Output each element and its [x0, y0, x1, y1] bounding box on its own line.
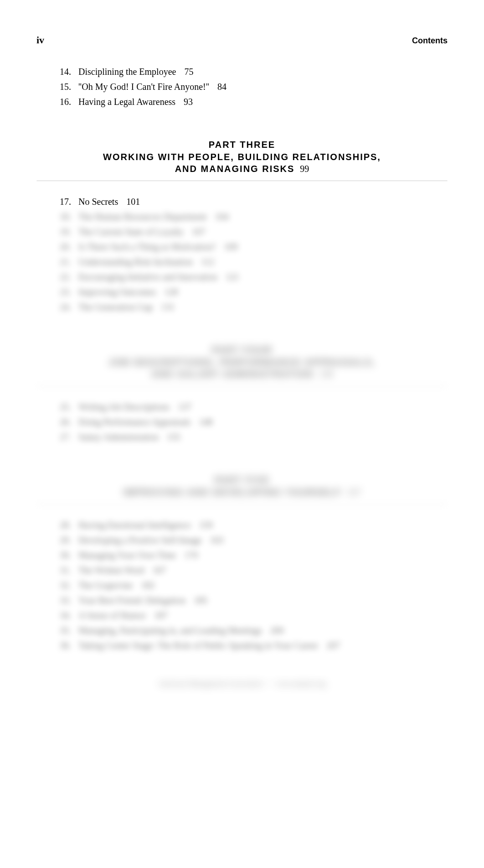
part-page: 99	[300, 164, 309, 174]
toc-part-entries: 25.Writing Job Descriptions13726.Doing P…	[36, 400, 448, 444]
toc-entry-page: 155	[167, 431, 180, 444]
toc-entry-number: 35.	[57, 624, 78, 637]
toc-entry: 26.Doing Performance Appraisals148	[57, 416, 448, 429]
toc-entry-page: 185	[194, 594, 207, 607]
toc-entry-page: 112	[201, 255, 214, 269]
toc-entry: 24.The Generation Gap131	[57, 301, 448, 314]
toc-entry-title: Managing Your Own Time	[78, 549, 184, 562]
toc-entry: 20.Is There Such a Thing as Motivation?1…	[57, 240, 448, 254]
toc-top-entries: 14.Disciplining the Employee7515.''Oh My…	[36, 65, 448, 109]
toc-entry-number: 20.	[57, 240, 78, 254]
toc-entry-page: 148	[199, 416, 213, 429]
part-label: PART FIVE	[36, 475, 448, 485]
footer-publisher: American Management Association	[158, 680, 263, 687]
toc-entry-number: 29.	[57, 534, 78, 547]
toc-entry-page: 200	[270, 624, 284, 637]
toc-entry-page: 75	[184, 65, 193, 78]
toc-entry: 25.Writing Job Descriptions137	[57, 400, 448, 414]
toc-entry-title: Writing Job Descriptions	[78, 400, 178, 414]
toc-entry-title: Disciplining the Employee	[78, 65, 184, 78]
toc-entry-page: 104	[215, 210, 229, 223]
toc-entry-number: 26.	[57, 416, 78, 429]
toc-entry-title: Having a Legal Awareness	[78, 95, 184, 109]
toc-entry-number: 33.	[57, 594, 78, 607]
toc-entry-number: 23.	[57, 286, 78, 299]
toc-entry: 30.Managing Your Own Time170	[57, 549, 448, 562]
toc-entry-page: 187	[154, 609, 168, 622]
toc-entry: 29.Developing a Positive Self-Image163	[57, 534, 448, 547]
toc-entry: 19.The Current State of Loyalty107	[57, 225, 448, 239]
toc-entry-title: ''Oh My God! I Can't Fire Anyone!''	[78, 80, 217, 94]
toc-entry-title: The Human Resources Department	[78, 210, 215, 223]
footer-url: www.amanet.org	[276, 680, 326, 687]
toc-entry-page: 93	[184, 95, 193, 109]
toc-entry-page: 170	[184, 549, 198, 562]
divider	[36, 180, 448, 182]
part-label: PART THREE	[36, 140, 448, 150]
toc-entry-title: Encouraging Initiative and Innovation	[78, 270, 226, 284]
toc-entry-number: 27.	[57, 431, 78, 444]
toc-entry-number: 17.	[57, 195, 78, 208]
toc-part-entries: 17.No Secrets10118.The Human Resources D…	[36, 195, 448, 314]
toc-entry-page: 207	[326, 639, 340, 652]
toc-entry-page: 182	[141, 579, 154, 592]
toc-entry: 21.Understanding Risk Inclination112	[57, 255, 448, 269]
contents-label: Contents	[412, 36, 448, 46]
toc-part-entries: 28.Having Emotional Intelligence15929.De…	[36, 519, 448, 652]
part-page: 139	[319, 369, 333, 379]
toc-entry-title: Developing a Positive Self-Image	[78, 534, 210, 547]
toc-entry: 16.Having a Legal Awareness93	[57, 95, 448, 109]
toc-entry-title: The Generation Gap	[78, 301, 161, 314]
toc-entry-number: 21.	[57, 255, 78, 269]
toc-entry-page: 101	[126, 195, 140, 208]
toc-entry: 17.No Secrets101	[57, 195, 448, 208]
toc-entry-title: The Grapevine	[78, 579, 141, 592]
part-heading: PART THREEWORKING WITH PEOPLE, BUILDING …	[36, 140, 448, 175]
toc-entry-page: 121	[226, 270, 239, 284]
toc-entry: 14.Disciplining the Employee75	[57, 65, 448, 78]
toc-entry-title: Improving Outcomes	[78, 286, 165, 299]
toc-entry-number: 30.	[57, 549, 78, 562]
toc-entry: 35.Managing, Participating in, and Leadi…	[57, 624, 448, 637]
part-label: PART FOUR	[36, 345, 448, 355]
toc-entry-number: 36.	[57, 639, 78, 652]
toc-entry-number: 16.	[57, 95, 78, 109]
toc-entry-title: Your Best Friend: Delegation	[78, 594, 194, 607]
toc-entry-title: A Sense of Humor	[78, 609, 154, 622]
toc-entry-page: 159	[199, 519, 213, 532]
toc-entry-title: Taking Center Stage: The Role of Public …	[78, 639, 326, 652]
parts-container: PART THREEWORKING WITH PEOPLE, BUILDING …	[36, 140, 448, 652]
toc-entry: 33.Your Best Friend: Delegation185	[57, 594, 448, 607]
toc-entry-number: 28.	[57, 519, 78, 532]
divider	[36, 385, 448, 387]
toc-entry-title: Having Emotional Intelligence	[78, 519, 199, 532]
toc-entry-title: The Current State of Loyalty	[78, 225, 192, 239]
part-title-line: WORKING WITH PEOPLE, BUILDING RELATIONSH…	[36, 151, 448, 163]
part-title-line: AND MANAGING RISKS99	[36, 163, 448, 175]
page-roman-numeral: iv	[36, 34, 44, 46]
toc-entry: 15.''Oh My God! I Can't Fire Anyone!''84	[57, 80, 448, 94]
toc-entry-number: 31.	[57, 564, 78, 577]
part-heading: PART FIVEIMPROVING AND DEVELOPING YOURSE…	[36, 475, 448, 498]
toc-entry-page: 84	[217, 80, 227, 94]
part-heading: PART FOURJOB DESCRIPTIONS, PERFORMANCE A…	[36, 345, 448, 380]
toc-entry: 32.The Grapevine182	[57, 579, 448, 592]
toc-entry-page: 128	[165, 286, 178, 299]
toc-entry-title: Salary Administration	[78, 431, 167, 444]
toc-entry-number: 18.	[57, 210, 78, 223]
toc-entry-number: 24.	[57, 301, 78, 314]
footer-separator: •	[264, 680, 276, 687]
page-container: iv Contents 14.Disciplining the Employee…	[0, 0, 484, 715]
toc-entry-number: 19.	[57, 225, 78, 239]
part-page: 157	[347, 487, 361, 497]
toc-entry-number: 22.	[57, 270, 78, 284]
toc-entry-page: 109	[224, 240, 237, 254]
toc-entry: 36.Taking Center Stage: The Role of Publ…	[57, 639, 448, 652]
part-title-line: JOB DESCRIPTIONS, PERFORMANCE APPRAISALS…	[36, 356, 448, 368]
header-row: iv Contents	[36, 34, 448, 46]
toc-entry-page: 131	[161, 301, 175, 314]
part-title-line: AND SALARY ADMINISTRATION139	[36, 368, 448, 380]
toc-entry-title: Managing, Participating in, and Leading …	[78, 624, 270, 637]
toc-entry-page: 163	[210, 534, 224, 547]
part-title-line: IMPROVING AND DEVELOPING YOURSELF157	[36, 486, 448, 498]
